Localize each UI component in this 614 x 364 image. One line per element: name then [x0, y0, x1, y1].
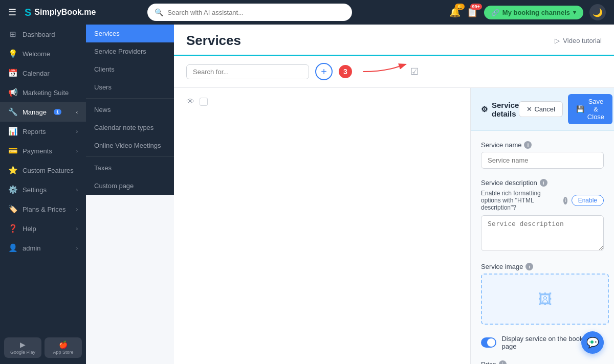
service-description-group: Service description i Enable rich format… — [481, 179, 604, 253]
payments-icon: 💳 — [8, 146, 17, 155]
submenu-label-calendar-note-types: Calendar note types — [94, 124, 154, 131]
admin-chevron-icon: › — [76, 245, 78, 251]
booking-channels-label: My booking channels — [502, 9, 570, 16]
submenu-item-taxes[interactable]: Taxes — [86, 159, 174, 177]
service-description-info-icon[interactable]: i — [540, 179, 547, 187]
sidebar-item-label-help: Help — [23, 225, 36, 233]
x-icon: ✕ — [527, 105, 532, 113]
settings-icon: ⚙️ — [8, 185, 17, 194]
notification-badge: 🔔 — [455, 4, 465, 10]
plans-icon: 🏷️ — [8, 204, 17, 214]
sidebar-item-label-dashboard: Dashboard — [23, 31, 55, 38]
submenu-item-online-video[interactable]: Online Video Meetings — [86, 136, 174, 154]
dashboard-icon: ⊞ — [8, 30, 17, 39]
submenu-label-custom-page: Custom page — [94, 182, 134, 190]
display-service-toggle[interactable] — [481, 337, 496, 348]
hamburger-menu[interactable]: ☰ — [8, 7, 16, 18]
service-name-label: Service name i — [481, 141, 604, 149]
sidebar-item-welcome[interactable]: 💡 Welcome — [0, 44, 86, 63]
calendar-button[interactable]: 📋 99+ — [467, 7, 478, 18]
booking-channels-button[interactable]: 🔗 My booking channels ▾ — [484, 6, 583, 19]
submenu-divider-1 — [86, 98, 174, 99]
red-arrow-icon — [363, 64, 404, 79]
sidebar-item-label-welcome: Welcome — [23, 50, 50, 58]
sidebar-item-custom-features[interactable]: ⭐ Custom Features — [0, 161, 86, 180]
save-close-button[interactable]: 💾 Save & Close — [568, 94, 612, 124]
submenu-item-service-providers[interactable]: Service Providers — [86, 42, 174, 60]
submenu-label-online-video: Online Video Meetings — [94, 142, 161, 149]
sidebar-item-payments[interactable]: 💳 Payments › — [0, 141, 86, 161]
add-service-button[interactable]: + — [315, 63, 333, 80]
page-title: Services — [186, 33, 241, 55]
detail-actions: ✕ Cancel 💾 Save & Close — [519, 94, 612, 124]
service-search-input[interactable] — [186, 64, 309, 79]
cancel-button[interactable]: ✕ Cancel — [519, 101, 562, 117]
sidebar-item-marketing[interactable]: 📢 Marketing Suite — [0, 83, 86, 102]
submenu-label-users: Users — [94, 83, 112, 91]
sidebar: ⊞ Dashboard 💡 Welcome 📅 Calendar 📢 Marke… — [0, 25, 86, 364]
admin-icon: 👤 — [8, 243, 17, 253]
submenu-item-services[interactable]: Services — [86, 25, 174, 42]
user-avatar-button[interactable]: 🌙 — [589, 4, 606, 20]
price-label: Price i — [481, 360, 604, 364]
app-store-button[interactable]: 🍎 App Store — [45, 337, 82, 358]
topnav-right: 🔔 🔔 📋 99+ 🔗 My booking channels ▾ 🌙 — [449, 4, 606, 20]
help-chevron-icon: › — [76, 226, 78, 232]
search-input[interactable] — [167, 9, 345, 16]
submenu-item-clients[interactable]: Clients — [86, 60, 174, 78]
service-name-input[interactable] — [481, 152, 604, 169]
chat-fab-button[interactable]: 💬 — [581, 331, 604, 354]
sidebar-item-admin[interactable]: 👤 admin › — [0, 238, 86, 258]
check-icon[interactable]: ☑ — [410, 66, 419, 77]
eye-icon[interactable]: 👁 — [186, 97, 194, 106]
submenu-item-users[interactable]: Users — [86, 78, 174, 96]
notification-button[interactable]: 🔔 🔔 — [449, 7, 461, 18]
submenu-item-custom-page[interactable]: Custom page — [86, 177, 174, 195]
submenu-item-news[interactable]: News — [86, 101, 174, 119]
manage-chevron-icon: ‹ — [76, 109, 78, 115]
submenu-divider-2 — [86, 156, 174, 157]
services-body: 👁 ⚙ Service details ✕ Cancel — [174, 88, 614, 364]
image-upload-area[interactable]: 🖼 — [481, 274, 609, 325]
detail-panel: ⚙ Service details ✕ Cancel 💾 Save & Clos… — [471, 88, 614, 364]
sidebar-item-reports[interactable]: 📊 Reports › — [0, 122, 86, 141]
price-info-icon[interactable]: i — [499, 360, 507, 364]
html-desc-row: Enable rich formatting options with "HTM… — [481, 190, 604, 211]
service-row-placeholder: 👁 — [186, 92, 458, 111]
sidebar-item-help[interactable]: ❓ Help › — [0, 219, 86, 238]
service-name-info-icon[interactable]: i — [524, 141, 532, 149]
sidebar-item-label-plans: Plans & Prices — [23, 206, 66, 213]
sidebar-item-manage[interactable]: 🔧 Manage 1 ‹ — [0, 102, 86, 122]
enable-html-desc-button[interactable]: Enable — [572, 195, 604, 206]
sidebar-item-plans-prices[interactable]: 🏷️ Plans & Prices › — [0, 199, 86, 219]
sidebar-item-calendar[interactable]: 📅 Calendar — [0, 63, 86, 83]
sidebar-item-dashboard[interactable]: ⊞ Dashboard — [0, 25, 86, 44]
display-service-label: Display service on the booking page — [501, 335, 592, 350]
logo-s-letter: S — [25, 7, 31, 18]
submenu-item-calendar-note-types[interactable]: Calendar note types — [86, 119, 174, 136]
sidebar-item-settings[interactable]: ⚙️ Settings › — [0, 180, 86, 199]
sidebar-item-label-manage: Manage — [23, 108, 47, 116]
cancel-label: Cancel — [534, 105, 555, 113]
payments-chevron-icon: › — [76, 148, 78, 154]
submenu-label-service-providers: Service Providers — [94, 48, 146, 55]
calendar-badge: 99+ — [470, 4, 482, 10]
toolbar: + 3 ☑ — [174, 56, 614, 88]
search-icon: 🔍 — [155, 8, 163, 16]
google-play-button[interactable]: ▶ Google Play — [4, 337, 41, 358]
submenu-label-clients: Clients — [94, 65, 115, 73]
service-name-group: Service name i — [481, 141, 604, 169]
plans-chevron-icon: › — [76, 207, 78, 212]
service-checkbox[interactable] — [200, 98, 208, 106]
main-layout: ⊞ Dashboard 💡 Welcome 📅 Calendar 📢 Marke… — [0, 25, 614, 364]
search-bar[interactable]: 🔍 — [147, 4, 352, 21]
service-description-textarea[interactable] — [481, 215, 604, 251]
html-desc-info-icon[interactable]: i — [563, 197, 567, 204]
manage-icon: 🔧 — [8, 107, 17, 117]
service-image-info-icon[interactable]: i — [525, 263, 533, 270]
play-icon: ▷ — [555, 37, 560, 44]
welcome-icon: 💡 — [8, 49, 17, 58]
detail-title: ⚙ Service details — [481, 101, 519, 118]
booking-channels-chevron-icon: ▾ — [573, 9, 576, 16]
video-tutorial-button[interactable]: ▷ Video tutorial — [555, 37, 602, 51]
